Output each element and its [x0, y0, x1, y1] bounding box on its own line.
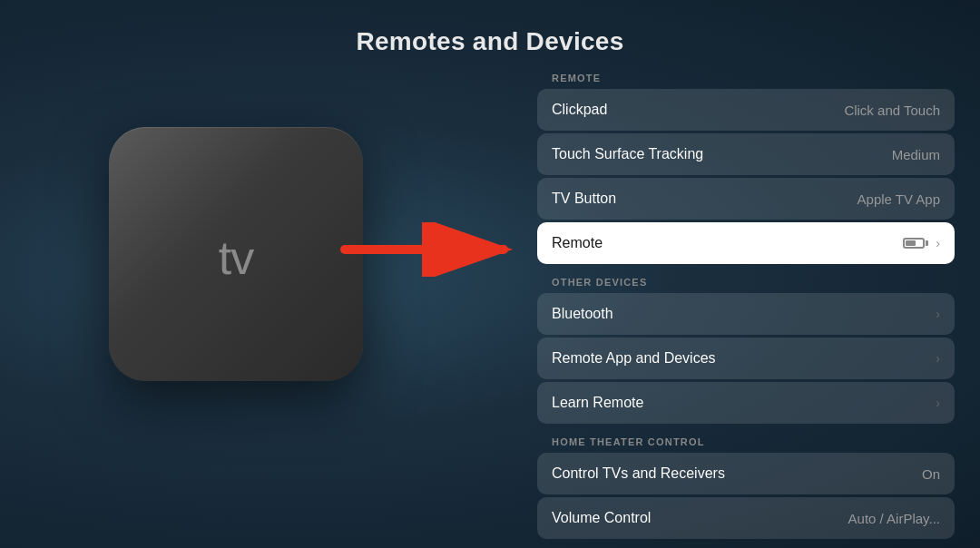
learn-remote-label: Learn Remote [552, 395, 643, 411]
control-tvs-receivers-value: On [922, 466, 940, 482]
learn-remote-chevron-icon: › [936, 396, 940, 410]
page-title: Remotes and Devices [356, 27, 623, 56]
touch-surface-label: Touch Surface Tracking [552, 146, 703, 162]
touch-surface-tracking-item[interactable]: Touch Surface Tracking Medium [537, 133, 955, 175]
tv-button-item[interactable]: TV Button Apple TV App [537, 178, 955, 220]
tv-button-label: TV Button [552, 191, 616, 207]
remote-chevron-icon: › [936, 236, 940, 250]
remote-section-header: REMOTE [537, 73, 955, 83]
battery-body [903, 238, 925, 249]
remote-right: › [903, 236, 940, 250]
learn-remote-right: › [936, 396, 940, 410]
volume-control-value: Auto / AirPlay... [848, 511, 940, 526]
remote-app-devices-item[interactable]: Remote App and Devices › [537, 338, 955, 379]
remote-app-devices-chevron-icon: › [936, 351, 940, 366]
pointing-arrow-icon [336, 222, 517, 277]
clickpad-label: Clickpad [552, 102, 607, 118]
other-devices-section-header: OTHER DEVICES [537, 277, 955, 288]
apple-tv-device: tv [109, 127, 363, 381]
bluetooth-label: Bluetooth [552, 306, 613, 322]
touch-surface-value: Medium [892, 147, 940, 162]
bluetooth-chevron-icon: › [936, 307, 940, 321]
battery-fill [906, 240, 916, 246]
remote-app-devices-right: › [936, 351, 940, 366]
bluetooth-item[interactable]: Bluetooth › [537, 293, 955, 335]
control-tvs-receivers-item[interactable]: Control TVs and Receivers On [537, 453, 955, 494]
control-tvs-receivers-label: Control TVs and Receivers [552, 465, 725, 482]
bluetooth-right: › [936, 307, 940, 321]
tv-label: tv [219, 230, 253, 285]
volume-control-label: Volume Control [552, 510, 651, 526]
remote-app-devices-label: Remote App and Devices [552, 350, 716, 367]
clickpad-item[interactable]: Clickpad Click and Touch [537, 89, 955, 131]
settings-panel: REMOTE Clickpad Click and Touch Touch Su… [537, 73, 955, 542]
tv-button-value: Apple TV App [858, 191, 940, 207]
battery-icon [903, 238, 928, 249]
home-theater-section-header: HOME THEATER CONTROL [537, 436, 955, 447]
learn-remote-item[interactable]: Learn Remote › [537, 382, 955, 424]
remote-label: Remote [552, 235, 603, 251]
battery-tip [926, 240, 928, 246]
remote-item[interactable]: Remote › [537, 222, 955, 264]
clickpad-value: Click and Touch [844, 103, 940, 118]
volume-control-item[interactable]: Volume Control Auto / AirPlay... [537, 497, 955, 539]
